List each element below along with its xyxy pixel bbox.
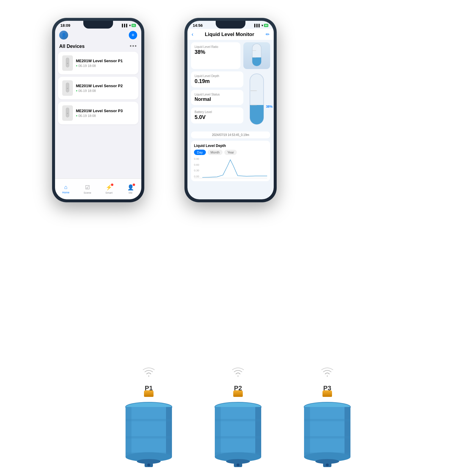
status-icons-right: ▌▌▌ ▾ 99 bbox=[254, 24, 268, 27]
svg-rect-28 bbox=[215, 407, 261, 457]
chart-area: 0.90 0.60 0.30 0.00 bbox=[194, 157, 267, 178]
tank-p3-barrel bbox=[298, 394, 357, 470]
phone-right: 14:56 ▌▌▌ ▾ 99 ‹ Liquid Level Monitor ✏ … bbox=[184, 18, 277, 202]
svg-rect-0 bbox=[66, 58, 69, 67]
svg-rect-4 bbox=[66, 108, 69, 117]
tank-p2: P2 bbox=[208, 384, 268, 470]
nav-smart[interactable]: ⚡ Smart bbox=[98, 179, 120, 199]
tank-p1-barrel bbox=[119, 394, 178, 470]
nav-home[interactable]: ⌂ Home bbox=[55, 179, 77, 199]
svg-rect-31 bbox=[215, 419, 261, 421]
badge-dot-me bbox=[133, 184, 135, 186]
wifi-waves-p2 bbox=[231, 364, 245, 380]
wifi-svg-p3 bbox=[320, 364, 335, 378]
badge-dot bbox=[111, 184, 113, 186]
device-name-p1: ME201W Level Sensor P1 bbox=[76, 59, 134, 63]
tab-year[interactable]: Year bbox=[224, 150, 237, 155]
notch bbox=[83, 21, 113, 29]
scene-icon: ☑ bbox=[85, 184, 90, 191]
status-card: Liquid Level Status Normal bbox=[191, 90, 243, 105]
svg-point-48 bbox=[326, 464, 329, 466]
wifi-waves-p3 bbox=[320, 364, 335, 380]
wifi-svg-p1 bbox=[141, 364, 156, 378]
svg-rect-39 bbox=[304, 407, 350, 457]
depth-value: 0.19m bbox=[195, 78, 240, 84]
add-button[interactable]: + bbox=[129, 31, 137, 39]
battery-label: Battery Level bbox=[195, 110, 240, 114]
all-devices-bar: All Devices ••• bbox=[55, 42, 141, 52]
device-info-p1: ME201W Level Sensor P1 ● 06-19 18:08 bbox=[76, 59, 134, 68]
barrel-svg-p2 bbox=[208, 394, 268, 469]
device-card-p3[interactable]: ME201W Level Sensor P3 ● 06-19 18:08 bbox=[58, 102, 138, 124]
status-value: Normal bbox=[195, 97, 240, 102]
y-labels: 0.90 0.60 0.30 0.00 bbox=[194, 157, 199, 178]
svg-rect-43 bbox=[304, 436, 350, 439]
svg-rect-32 bbox=[215, 436, 261, 439]
barrel-svg-p3 bbox=[298, 394, 357, 469]
device-time-p2: ● 06-19 18:08 bbox=[76, 89, 134, 93]
device-name-p3: ME201W Level Sensor P3 bbox=[76, 109, 134, 113]
info-row-top: Liquid Level Ratio 38% bbox=[191, 42, 270, 69]
monitor-title: Liquid Level Monitor bbox=[205, 32, 254, 37]
back-button[interactable]: ‹ bbox=[192, 31, 193, 37]
tank-p2-barrel bbox=[208, 394, 268, 470]
tab-day[interactable]: Day bbox=[194, 150, 206, 155]
svg-rect-40 bbox=[304, 407, 310, 457]
svg-rect-41 bbox=[345, 407, 350, 457]
time-left: 18:09 bbox=[60, 23, 70, 28]
main-content-area: Liquid Level Depth 0.19m Liquid Level St… bbox=[191, 71, 270, 129]
chart-line bbox=[202, 160, 267, 177]
sensor-cap-p3 bbox=[322, 390, 332, 397]
bottom-nav: ⌂ Home ☑ Scene ⚡ Smart 👤 bbox=[55, 178, 141, 199]
home-icon: ⌂ bbox=[64, 184, 68, 190]
notch-right bbox=[216, 21, 245, 29]
svg-point-26 bbox=[147, 464, 150, 466]
wifi-waves-p1 bbox=[141, 364, 156, 380]
device-card-p1[interactable]: ME201W Level Sensor P1 ● 06-19 18:08 bbox=[58, 52, 138, 74]
nav-me[interactable]: 👤 Me bbox=[120, 179, 142, 199]
svg-rect-2 bbox=[66, 83, 69, 92]
app-header: 👤 + bbox=[55, 29, 141, 42]
svg-rect-3 bbox=[67, 88, 68, 89]
tank-percent-label: 38% bbox=[266, 105, 273, 108]
signal-dot: ● bbox=[76, 64, 77, 67]
nav-scene-label: Scene bbox=[84, 191, 91, 194]
barrel-svg-p1 bbox=[119, 394, 178, 469]
device-icon-p1 bbox=[62, 55, 73, 71]
timestamp-bar: 2024/07/19 14:53:45_0.19m bbox=[191, 131, 270, 138]
svg-rect-18 bbox=[126, 407, 131, 457]
large-tank-svg bbox=[246, 71, 270, 128]
tank-svg bbox=[248, 42, 266, 69]
liquid-ratio-label: Liquid Level Ratio bbox=[195, 45, 237, 48]
tank-p1: P1 bbox=[119, 384, 178, 470]
nav-scene[interactable]: ☑ Scene bbox=[77, 179, 98, 199]
sensor-cap-p1 bbox=[144, 390, 154, 397]
left-info: Liquid Level Depth 0.19m Liquid Level St… bbox=[191, 71, 243, 123]
sensor-cap-p2 bbox=[233, 390, 243, 397]
svg-rect-5 bbox=[67, 113, 68, 114]
more-menu[interactable]: ••• bbox=[130, 43, 137, 49]
all-devices-label: All Devices bbox=[59, 44, 84, 49]
nav-smart-label: Smart bbox=[105, 191, 112, 194]
chart-title: Liquid Level Depth bbox=[194, 144, 267, 148]
device-card-p2[interactable]: ME201W Level Sensor P2 ● 06-19 18:08 bbox=[58, 77, 138, 99]
svg-rect-19 bbox=[166, 407, 172, 457]
status-label: Liquid Level Status bbox=[195, 93, 240, 96]
edit-icon[interactable]: ✏ bbox=[266, 32, 270, 37]
svg-rect-21 bbox=[126, 436, 172, 439]
time-right: 14:56 bbox=[193, 23, 203, 28]
device-list: ME201W Level Sensor P1 ● 06-19 18:08 bbox=[55, 52, 141, 124]
tank-visual-card bbox=[243, 42, 270, 69]
avatar[interactable]: 👤 bbox=[59, 31, 68, 40]
device-icon-p3 bbox=[62, 105, 73, 121]
svg-rect-8 bbox=[252, 57, 261, 66]
tab-month[interactable]: Month bbox=[208, 150, 223, 155]
nav-me-label: Me bbox=[129, 191, 132, 194]
phone-left: 18:09 ▌▌▌ ▾ 91 👤 + All Devices ••• bbox=[52, 18, 144, 202]
wifi-svg-p2 bbox=[231, 364, 245, 378]
svg-rect-20 bbox=[126, 419, 172, 421]
device-time-p1: ● 06-19 18:08 bbox=[76, 64, 134, 68]
svg-rect-13 bbox=[250, 105, 264, 124]
chart-tabs: Day Month Year bbox=[194, 150, 267, 155]
chart-section: Liquid Level Depth Day Month Year 0.90 0… bbox=[191, 141, 270, 181]
